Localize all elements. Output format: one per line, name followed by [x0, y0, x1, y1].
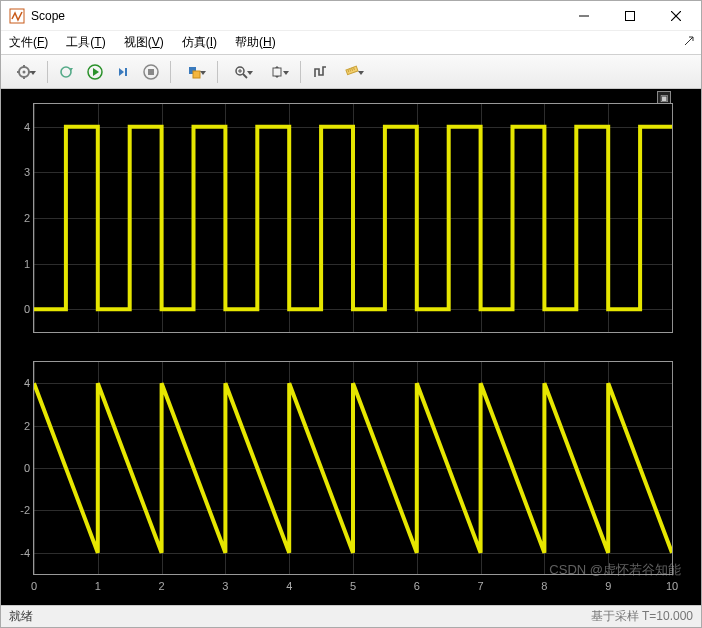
y-tick: 4	[10, 121, 30, 133]
y-tick: 3	[10, 166, 30, 178]
pan-button[interactable]	[260, 59, 294, 85]
x-tick: 9	[605, 580, 611, 592]
x-tick: 8	[541, 580, 547, 592]
toolbar	[1, 55, 701, 89]
x-tick: 3	[222, 580, 228, 592]
maximize-button[interactable]	[607, 1, 653, 31]
y-tick: -4	[10, 547, 30, 559]
x-tick: 5	[350, 580, 356, 592]
x-tick: 6	[414, 580, 420, 592]
signal-button[interactable]	[307, 59, 333, 85]
y-tick: -2	[10, 504, 30, 516]
menu-file[interactable]: 文件(F)	[7, 32, 50, 53]
menu-view[interactable]: 视图(V)	[122, 32, 166, 53]
undock-icon[interactable]	[683, 35, 695, 50]
menu-bar: 文件(F) 工具(T) 视图(V) 仿真(I) 帮助(H)	[1, 31, 701, 55]
menu-help[interactable]: 帮助(H)	[233, 32, 278, 53]
x-tick: 2	[159, 580, 165, 592]
settings-button[interactable]	[7, 59, 41, 85]
svg-line-19	[243, 74, 247, 78]
scope-display: ▣ 01234 -4-2024012345678910 CSDN @虚怀若谷知能	[1, 89, 701, 605]
svg-rect-17	[193, 71, 200, 78]
zoom-button[interactable]	[224, 59, 258, 85]
status-left: 就绪	[9, 608, 33, 625]
stop-button[interactable]	[138, 59, 164, 85]
plot-1[interactable]: 01234	[1, 89, 701, 347]
x-tick: 1	[95, 580, 101, 592]
y-tick: 0	[10, 462, 30, 474]
title-bar: Scope	[1, 1, 701, 31]
status-right: 基于采样 T=10.000	[591, 608, 693, 625]
run-button[interactable]	[82, 59, 108, 85]
minimize-button[interactable]	[561, 1, 607, 31]
trace-square	[34, 127, 672, 309]
menu-tools[interactable]: 工具(T)	[64, 32, 107, 53]
menu-sim[interactable]: 仿真(I)	[180, 32, 219, 53]
y-tick: 2	[10, 212, 30, 224]
rebuild-button[interactable]	[54, 59, 80, 85]
step-button[interactable]	[110, 59, 136, 85]
trace-sawtooth	[34, 383, 672, 553]
x-tick: 10	[666, 580, 678, 592]
svg-rect-13	[125, 68, 127, 76]
x-tick: 7	[478, 580, 484, 592]
app-icon	[9, 8, 25, 24]
window-title: Scope	[31, 9, 65, 23]
x-tick: 0	[31, 580, 37, 592]
y-tick: 0	[10, 303, 30, 315]
svg-point-6	[23, 70, 26, 73]
y-tick: 4	[10, 377, 30, 389]
svg-point-11	[61, 67, 71, 77]
y-tick: 1	[10, 258, 30, 270]
svg-rect-22	[273, 68, 281, 76]
svg-rect-15	[148, 69, 154, 75]
close-button[interactable]	[653, 1, 699, 31]
y-tick: 2	[10, 420, 30, 432]
measure-button[interactable]	[335, 59, 369, 85]
status-bar: 就绪 基于采样 T=10.000	[1, 605, 701, 627]
x-tick: 4	[286, 580, 292, 592]
svg-rect-2	[626, 11, 635, 20]
highlight-button[interactable]	[177, 59, 211, 85]
plot-2[interactable]: -4-2024012345678910	[1, 347, 701, 605]
